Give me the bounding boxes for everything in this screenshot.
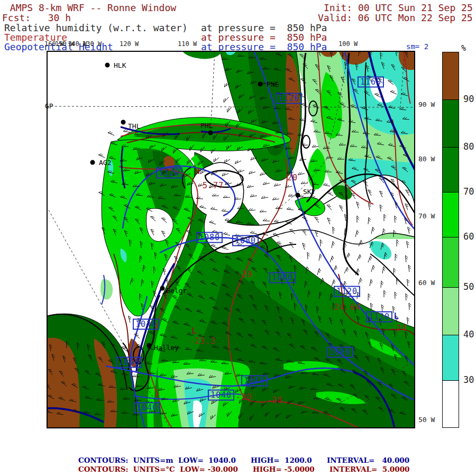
height-contour-info: CONTOURS: UNITS=m LOW= 1040.0 HIGH= 1200… <box>78 456 409 464</box>
colorbar-units-label: % <box>461 43 466 53</box>
weather-plot-page: AMPS 8-km WRF -- Ronne Window Fcst: 30 h… <box>0 0 476 476</box>
init-time: Init: 00 UTC Sun 21 Sep 25 <box>324 3 473 13</box>
plot-title: AMPS 8-km WRF -- Ronne Window <box>4 3 176 13</box>
longitude-tick-label: 90 W <box>418 100 435 108</box>
longitude-tick-label: 100 W <box>338 40 358 48</box>
temp-contour-info: CONTOURS: UNITS=°C LOW= -30.000 HIGH= -5… <box>78 465 409 473</box>
longitude-tick-label: 60 W <box>418 279 435 287</box>
colorbar-tick-label: 50 <box>463 281 474 292</box>
valid-time: Valid: 06 UTC Mon 22 Sep 25 <box>318 13 473 23</box>
colorbar-tick-label: 40 <box>463 329 474 340</box>
forecast-hour: Fcst: 30 h <box>2 13 71 23</box>
colorbar-segment <box>443 287 459 335</box>
colorbar-segment <box>443 192 459 237</box>
longitude-tick-label: 80 W <box>418 155 435 163</box>
colorbar-segment <box>443 237 459 287</box>
longitude-tick-label: 50 W <box>418 416 435 424</box>
colorbar-tick-label: 60 <box>463 231 474 242</box>
longitude-tick-label: 70 W <box>418 212 435 220</box>
smoothing-label: sm= 2 <box>406 43 428 50</box>
rh-colorbar <box>442 52 459 428</box>
map-canvas <box>47 51 415 428</box>
colorbar-segment <box>443 99 459 147</box>
colorbar-tick-label: 70 <box>463 186 474 197</box>
colorbar-segment <box>443 380 459 427</box>
colorbar-segment <box>443 52 459 99</box>
longitude-tick-label: 110 W <box>178 40 197 48</box>
colorbar-segment <box>443 335 459 380</box>
colorbar-segment <box>443 147 459 192</box>
colorbar-tick-label: 90 <box>463 94 474 104</box>
colorbar-tick-label: 80 <box>463 141 474 152</box>
longitude-tick-label: 120 W <box>120 40 139 48</box>
colorbar-tick-label: 30 <box>463 374 474 385</box>
